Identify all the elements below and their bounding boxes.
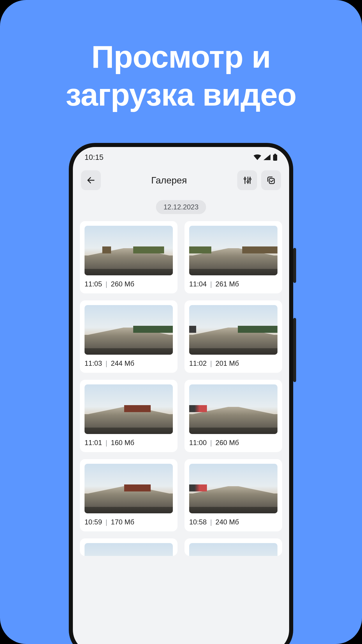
- phone-screen: 10:15 Галерея 12: [73, 147, 289, 644]
- video-time: 11:04: [189, 280, 207, 288]
- video-card[interactable]: 11:01 | 160 Мб: [80, 380, 178, 452]
- video-card[interactable]: 11:03 | 244 Мб: [80, 300, 178, 373]
- battery-icon: [273, 154, 277, 161]
- meta-separator: |: [106, 280, 107, 288]
- video-card[interactable]: 11:02 | 201 Мб: [184, 300, 282, 373]
- video-meta: 11:04 | 261 Мб: [189, 280, 277, 288]
- filter-button[interactable]: [237, 170, 257, 190]
- svg-rect-1: [273, 155, 277, 161]
- app-bar: Галерея: [73, 167, 289, 196]
- video-thumbnail: [189, 384, 277, 434]
- video-time: 11:01: [85, 439, 102, 447]
- video-meta: 11:05 | 260 Мб: [85, 280, 173, 288]
- video-size: 244 Мб: [111, 359, 134, 368]
- video-card[interactable]: [80, 538, 178, 556]
- meta-separator: |: [106, 518, 107, 526]
- video-size: 160 Мб: [111, 439, 134, 447]
- video-thumbnail: [85, 464, 173, 513]
- video-meta: 11:03 | 244 Мб: [85, 359, 173, 368]
- video-thumbnail: [189, 464, 277, 513]
- date-pill: 12.12.2023: [156, 200, 206, 214]
- meta-separator: |: [210, 280, 212, 288]
- meta-separator: |: [106, 359, 107, 368]
- svg-point-4: [244, 178, 246, 180]
- svg-rect-0: [274, 154, 276, 155]
- video-thumbnail: [189, 226, 277, 275]
- video-meta: 11:01 | 160 Мб: [85, 439, 173, 447]
- gallery-grid: 11:05 | 260 Мб 11:04 |: [80, 221, 282, 556]
- video-card[interactable]: 10:58 | 240 Мб: [184, 459, 282, 531]
- svg-point-8: [249, 178, 251, 180]
- meta-separator: |: [106, 439, 107, 447]
- date-header: 12.12.2023: [73, 200, 289, 214]
- video-size: 240 Мб: [215, 518, 239, 526]
- signal-icon: [263, 154, 270, 160]
- video-card[interactable]: 11:00 | 260 Мб: [184, 380, 282, 452]
- video-meta: 10:58 | 240 Мб: [189, 518, 277, 526]
- headline-line1: Просмотр и: [91, 39, 270, 74]
- svg-point-6: [247, 181, 249, 183]
- video-size: 201 Мб: [215, 359, 239, 368]
- multi-select-icon: [267, 176, 275, 185]
- video-meta: 11:00 | 260 Мб: [189, 439, 277, 447]
- video-thumbnail: [85, 384, 173, 434]
- video-meta: 10:59 | 170 Мб: [85, 518, 173, 526]
- video-time: 10:59: [85, 518, 102, 526]
- video-time: 10:58: [189, 518, 207, 526]
- headline-line2: загрузка видео: [66, 77, 296, 112]
- video-card[interactable]: 11:05 | 260 Мб: [80, 221, 178, 293]
- video-size: 170 Мб: [111, 518, 134, 526]
- arrow-left-icon: [86, 176, 96, 185]
- video-time: 11:02: [189, 359, 207, 368]
- promo-headline: Просмотр и загрузка видео: [66, 38, 296, 113]
- page-title: Галерея: [105, 175, 233, 186]
- video-thumbnail: [85, 305, 173, 355]
- back-button[interactable]: [81, 170, 101, 190]
- video-thumbnail: [189, 305, 277, 355]
- meta-separator: |: [210, 359, 212, 368]
- wifi-icon: [254, 154, 261, 160]
- video-card[interactable]: 11:04 | 261 Мб: [184, 221, 282, 293]
- promo-panel: Просмотр и загрузка видео 10:15 Галерея: [0, 0, 362, 644]
- video-size: 260 Мб: [111, 280, 134, 288]
- meta-separator: |: [210, 439, 212, 447]
- video-size: 260 Мб: [215, 439, 239, 447]
- video-card[interactable]: 10:59 | 170 Мб: [80, 459, 178, 531]
- video-meta: 11:02 | 201 Мб: [189, 359, 277, 368]
- status-bar: 10:15: [73, 147, 289, 167]
- video-time: 11:03: [85, 359, 102, 368]
- phone-frame: 10:15 Галерея 12: [69, 143, 293, 644]
- sliders-icon: [243, 176, 252, 185]
- select-button[interactable]: [261, 170, 281, 190]
- gallery[interactable]: 11:05 | 260 Мб 11:04 |: [73, 221, 289, 644]
- video-time: 11:00: [189, 439, 207, 447]
- video-time: 11:05: [85, 280, 102, 288]
- status-time: 10:15: [85, 153, 103, 162]
- video-card[interactable]: [184, 538, 282, 556]
- meta-separator: |: [210, 518, 212, 526]
- video-thumbnail: [85, 543, 173, 556]
- video-thumbnail: [189, 543, 277, 556]
- status-indicators: [254, 154, 277, 161]
- video-size: 261 Мб: [215, 280, 239, 288]
- video-thumbnail: [85, 226, 173, 275]
